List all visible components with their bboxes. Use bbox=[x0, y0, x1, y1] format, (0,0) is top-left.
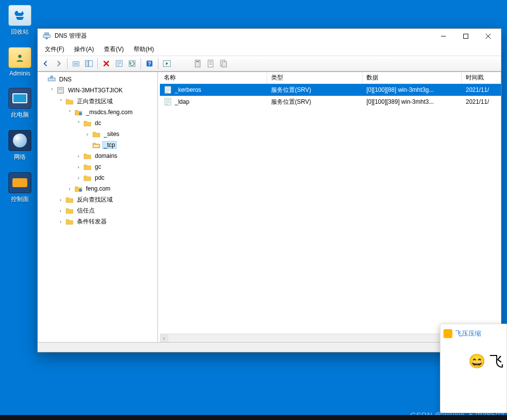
desktop-icon-recycle-bin[interactable]: 回收站 bbox=[1, 5, 39, 36]
expand-icon[interactable] bbox=[40, 76, 46, 82]
menu-view[interactable]: 查看(V) bbox=[99, 44, 129, 55]
column-header-timestamp[interactable]: 时间戳 bbox=[462, 72, 501, 83]
window-title: DNS 管理器 bbox=[55, 32, 432, 40]
cell-type: 服务位置(SRV) bbox=[267, 96, 362, 108]
tree-label: 条件转发器 bbox=[75, 217, 108, 226]
column-header-data[interactable]: 数据 bbox=[362, 72, 462, 83]
back-button[interactable] bbox=[40, 58, 52, 70]
expand-icon[interactable]: › bbox=[75, 175, 81, 181]
svg-rect-6 bbox=[74, 63, 78, 65]
pc-icon bbox=[8, 88, 31, 109]
expand-icon[interactable]: › bbox=[84, 131, 90, 137]
column-header-name[interactable]: 名称 bbox=[160, 72, 267, 83]
expand-icon[interactable]: › bbox=[67, 186, 72, 192]
popup-app-icon bbox=[443, 329, 452, 338]
expand-icon[interactable]: › bbox=[58, 218, 64, 224]
export-button[interactable] bbox=[217, 58, 229, 70]
filter-button[interactable] bbox=[192, 58, 204, 70]
properties-button[interactable] bbox=[113, 58, 125, 70]
expand-icon[interactable]: › bbox=[75, 153, 81, 159]
folder-icon bbox=[66, 207, 73, 214]
folder-icon bbox=[83, 174, 91, 182]
popup-title: 飞压压缩 bbox=[455, 329, 481, 338]
tree-pdc[interactable]: › pdc bbox=[75, 172, 157, 183]
menu-action[interactable]: 操作(A) bbox=[69, 44, 99, 55]
tree-root-dns[interactable]: DNS bbox=[40, 74, 157, 85]
statusbar bbox=[38, 342, 501, 352]
desktop-icon-control-panel[interactable]: 控制面 bbox=[1, 172, 39, 204]
svg-rect-21 bbox=[58, 87, 64, 93]
tree-gc[interactable]: › gc bbox=[75, 161, 157, 172]
popup-tail: 飞 bbox=[490, 353, 504, 369]
list-row[interactable]: _kerberos 服务位置(SRV) [0][100][88] win-3mh… bbox=[160, 84, 501, 96]
control-panel-icon bbox=[8, 172, 31, 193]
run-button[interactable] bbox=[161, 58, 173, 70]
taskbar[interactable] bbox=[0, 415, 507, 420]
svg-rect-15 bbox=[196, 61, 199, 62]
tree-label: _sites bbox=[102, 130, 121, 138]
show-hide-button[interactable] bbox=[83, 58, 95, 70]
cell-type: 服务位置(SRV) bbox=[267, 84, 362, 96]
minimize-button[interactable] bbox=[432, 29, 454, 43]
desktop-icon-admin-folder[interactable]: Adminis bbox=[1, 47, 39, 77]
folder-icon bbox=[66, 217, 73, 225]
forward-button[interactable] bbox=[53, 58, 65, 70]
tree-msdcs[interactable]: ˅ _msdcs.feng.com bbox=[67, 107, 157, 118]
svg-rect-8 bbox=[89, 61, 92, 67]
expand-icon[interactable]: › bbox=[58, 208, 64, 213]
folder-open-icon bbox=[92, 141, 100, 149]
tree-conditional-forwarders[interactable]: › 条件转发器 bbox=[58, 216, 157, 227]
delete-button[interactable] bbox=[100, 58, 112, 70]
notification-popup[interactable]: 飞压压缩 😄 飞 bbox=[440, 324, 507, 413]
tree-label: feng.com bbox=[84, 185, 112, 193]
menu-help[interactable]: 帮助(H) bbox=[129, 44, 159, 55]
expand-icon[interactable]: › bbox=[58, 197, 64, 203]
tree-label: dc bbox=[93, 119, 103, 127]
tree-trust-points[interactable]: › 信任点 bbox=[58, 205, 157, 216]
svg-rect-4 bbox=[463, 34, 468, 38]
titlebar[interactable]: DNS 管理器 bbox=[38, 29, 501, 44]
zone-icon bbox=[74, 108, 82, 116]
collapse-icon[interactable]: ˅ bbox=[58, 98, 64, 104]
tree-label: domains bbox=[93, 152, 119, 160]
tree-sites[interactable]: › _sites bbox=[84, 129, 157, 140]
list-rows[interactable]: _kerberos 服务位置(SRV) [0][100][88] win-3mh… bbox=[160, 84, 501, 334]
tree-domains[interactable]: › domains bbox=[75, 150, 157, 161]
tree-dc[interactable]: ˅ dc bbox=[75, 118, 157, 129]
collapse-icon[interactable]: ˅ bbox=[49, 87, 55, 93]
svg-rect-20 bbox=[51, 76, 53, 78]
list-button[interactable] bbox=[205, 58, 217, 70]
refresh-button[interactable] bbox=[126, 58, 138, 70]
help-button[interactable]: ? bbox=[144, 58, 155, 70]
tree-fengcom[interactable]: › feng.com bbox=[67, 183, 157, 194]
scroll-left-icon[interactable]: ‹ bbox=[160, 334, 168, 343]
cell-timestamp: 2021/11/ bbox=[462, 85, 501, 95]
list-row[interactable]: _ldap 服务位置(SRV) [0][100][389] win-3mht3.… bbox=[160, 96, 501, 108]
column-header-type[interactable]: 类型 bbox=[267, 72, 362, 83]
tree-label: 正向查找区域 bbox=[75, 97, 114, 106]
cell-name: _kerberos bbox=[175, 86, 201, 93]
tree-label: 反向查找区域 bbox=[75, 195, 114, 205]
close-button[interactable] bbox=[477, 29, 499, 43]
expand-icon[interactable]: › bbox=[75, 164, 81, 170]
expand-icon[interactable] bbox=[84, 142, 90, 148]
maximize-button[interactable] bbox=[454, 29, 477, 43]
collapse-icon[interactable]: ˅ bbox=[75, 120, 81, 126]
content-area: DNS ˅ WIN-3MHT3GTJIOK bbox=[38, 71, 501, 342]
menu-file[interactable]: 文件(F) bbox=[40, 44, 69, 55]
record-icon bbox=[164, 98, 172, 106]
up-button[interactable] bbox=[70, 58, 82, 70]
tree-forward-zones[interactable]: ˅ 正向查找区域 bbox=[58, 96, 157, 107]
svg-rect-3 bbox=[45, 33, 49, 35]
desktop-icon-network[interactable]: 网络 bbox=[1, 130, 39, 161]
tree-server[interactable]: ˅ WIN-3MHT3GTJIOK bbox=[49, 85, 157, 96]
popup-emoji-icon: 😄 飞 bbox=[443, 352, 504, 371]
collapse-icon[interactable]: ˅ bbox=[67, 109, 72, 115]
desktop-icon-this-pc[interactable]: 此电脑 bbox=[1, 88, 39, 119]
tree-tcp[interactable]: _tcp bbox=[84, 140, 157, 150]
tree-pane[interactable]: DNS ˅ WIN-3MHT3GTJIOK bbox=[38, 72, 158, 342]
desktop-icon-label: Adminis bbox=[9, 70, 31, 77]
svg-rect-7 bbox=[85, 61, 88, 67]
tree-reverse-zones[interactable]: › 反向查找区域 bbox=[58, 194, 157, 205]
dns-icon bbox=[48, 75, 56, 83]
